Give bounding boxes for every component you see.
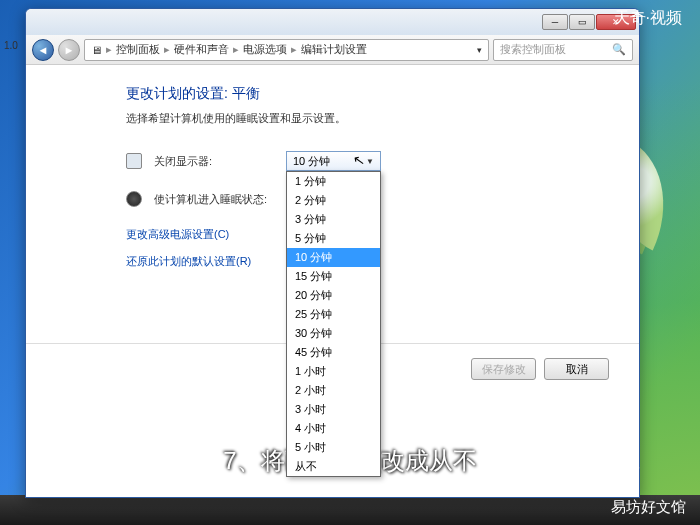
maximize-button[interactable]: ▭ bbox=[569, 14, 595, 30]
chevron-right-icon: ▸ bbox=[233, 43, 239, 56]
monitor-icon bbox=[126, 153, 142, 169]
dropdown-option[interactable]: 从不 bbox=[287, 457, 380, 476]
dropdown-option[interactable]: 1 小时 bbox=[287, 362, 380, 381]
dropdown-option[interactable]: 5 分钟 bbox=[287, 229, 380, 248]
sleep-label: 使计算机进入睡眠状态: bbox=[154, 192, 274, 207]
dropdown-option[interactable]: 3 小时 bbox=[287, 400, 380, 419]
save-button: 保存修改 bbox=[471, 358, 536, 380]
back-button[interactable]: ◄ bbox=[32, 39, 54, 61]
cancel-button[interactable]: 取消 bbox=[544, 358, 609, 380]
forward-button[interactable]: ► bbox=[58, 39, 80, 61]
timeout-dropdown: 1 分钟2 分钟3 分钟5 分钟10 分钟15 分钟20 分钟25 分钟30 分… bbox=[286, 171, 381, 477]
breadcrumb-item[interactable]: 控制面板 bbox=[116, 42, 160, 57]
display-timeout-combo[interactable]: 10 分钟 ▼ 1 分钟2 分钟3 分钟5 分钟10 分钟15 分钟20 分钟2… bbox=[286, 151, 381, 171]
breadcrumb[interactable]: 🖥 ▸ 控制面板 ▸ 硬件和声音 ▸ 电源选项 ▸ 编辑计划设置 ▾ bbox=[84, 39, 489, 61]
search-input[interactable]: 搜索控制面板 🔍 bbox=[493, 39, 633, 61]
dropdown-option[interactable]: 25 分钟 bbox=[287, 305, 380, 324]
dropdown-option[interactable]: 10 分钟 bbox=[287, 248, 380, 267]
dropdown-option[interactable]: 2 分钟 bbox=[287, 191, 380, 210]
watermark-life: 天天奇生活 bbox=[563, 460, 640, 480]
dropdown-option[interactable]: 5 小时 bbox=[287, 438, 380, 457]
minimize-button[interactable]: ─ bbox=[542, 14, 568, 30]
combo-value: 10 分钟 bbox=[293, 154, 330, 169]
display-timeout-row: 关闭显示器: 10 分钟 ▼ 1 分钟2 分钟3 分钟5 分钟10 分钟15 分… bbox=[126, 151, 604, 171]
breadcrumb-icon: 🖥 bbox=[91, 44, 102, 56]
chevron-right-icon: ▸ bbox=[106, 43, 112, 56]
display-label: 关闭显示器: bbox=[154, 154, 274, 169]
toolbar: ◄ ► 🖥 ▸ 控制面板 ▸ 硬件和声音 ▸ 电源选项 ▸ 编辑计划设置 ▾ 搜… bbox=[26, 35, 639, 65]
chevron-right-icon: ▸ bbox=[164, 43, 170, 56]
chevron-right-icon: ▸ bbox=[291, 43, 297, 56]
dropdown-option[interactable]: 1 分钟 bbox=[287, 172, 380, 191]
dropdown-option[interactable]: 4 小时 bbox=[287, 419, 380, 438]
version-text: 1.0 bbox=[4, 40, 18, 51]
dropdown-arrow-icon[interactable]: ▾ bbox=[477, 45, 482, 55]
control-panel-window: ─ ▭ ✕ ◄ ► 🖥 ▸ 控制面板 ▸ 硬件和声音 ▸ 电源选项 ▸ 编辑计划… bbox=[25, 8, 640, 498]
dropdown-option[interactable]: 15 分钟 bbox=[287, 267, 380, 286]
watermark-yifang: 易坊好文馆 bbox=[611, 498, 686, 517]
dropdown-option[interactable]: 3 分钟 bbox=[287, 210, 380, 229]
watermark-tianqi: 天奇·视频 bbox=[614, 8, 682, 29]
breadcrumb-item[interactable]: 电源选项 bbox=[243, 42, 287, 57]
breadcrumb-item[interactable]: 编辑计划设置 bbox=[301, 42, 367, 57]
page-subtitle: 选择希望计算机使用的睡眠设置和显示设置。 bbox=[126, 111, 604, 126]
titlebar: ─ ▭ ✕ bbox=[26, 9, 639, 35]
page-title: 更改计划的设置: 平衡 bbox=[126, 85, 604, 103]
dropdown-option[interactable]: 30 分钟 bbox=[287, 324, 380, 343]
search-placeholder: 搜索控制面板 bbox=[500, 42, 566, 57]
dropdown-option[interactable]: 2 小时 bbox=[287, 381, 380, 400]
search-icon: 🔍 bbox=[612, 43, 626, 56]
moon-icon bbox=[126, 191, 142, 207]
dropdown-option[interactable]: 45 分钟 bbox=[287, 343, 380, 362]
dropdown-option[interactable]: 20 分钟 bbox=[287, 286, 380, 305]
chevron-down-icon: ▼ bbox=[366, 157, 374, 166]
breadcrumb-item[interactable]: 硬件和声音 bbox=[174, 42, 229, 57]
